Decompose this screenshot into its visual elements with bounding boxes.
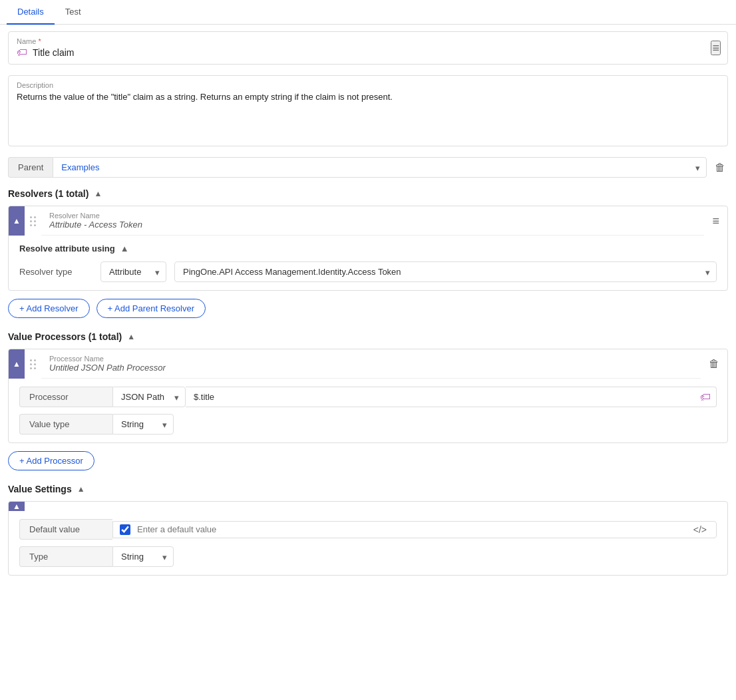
json-path-tag-icon[interactable]: 🏷	[695, 391, 716, 403]
page-content: Name * 🏷 Title claim ≡ Description Retur…	[0, 25, 736, 582]
default-value-row: Default value </>	[19, 519, 717, 540]
name-value: Title claim	[33, 47, 75, 58]
type-select-wrap: String Integer Boolean	[112, 546, 174, 567]
default-value-label: Default value	[19, 519, 112, 540]
tab-test[interactable]: Test	[55, 0, 92, 25]
processors-collapse-icon[interactable]: ▲	[127, 332, 135, 341]
value-settings-card: ▲ Default value </> Type String Integer	[8, 501, 728, 576]
description-label: Description	[17, 81, 719, 89]
resolver-type-row: Resolver type Attribute JWT LDAP Ping On…	[19, 262, 717, 282]
resolvers-collapse-icon[interactable]: ▲	[94, 189, 102, 198]
processor-name-input[interactable]	[49, 363, 693, 373]
value-settings-card-header: ▲	[9, 502, 727, 511]
add-resolver-button[interactable]: + Add Resolver	[8, 299, 90, 318]
parent-row: Parent Examples None 🗑	[8, 157, 728, 178]
resolver-card-header: ▲ Resolver Name ≡	[9, 206, 727, 236]
value-settings-title: Value Settings	[8, 484, 72, 494]
add-resolver-buttons-row: + Add Resolver + Add Parent Resolver	[8, 299, 728, 318]
resolver-name-input[interactable]	[49, 220, 696, 230]
resolver-collapse-button[interactable]: ▲	[9, 206, 25, 236]
value-type-select-wrap: String Integer Boolean	[112, 414, 174, 435]
tab-bar: Details Test	[0, 0, 736, 25]
value-settings-section-header: Value Settings ▲	[8, 484, 728, 494]
type-row: Type String Integer Boolean	[19, 546, 717, 567]
resolver-name-field: Resolver Name	[41, 206, 704, 236]
value-type-select[interactable]: String Integer Boolean	[112, 414, 174, 435]
attribute-select-wrap: PingOne.API Access Management.Identity.A…	[174, 262, 717, 282]
add-processor-row: + Add Processor	[8, 451, 728, 470]
resolve-attribute-header: Resolve attribute using ▲	[19, 244, 717, 254]
processor-type-select-wrap: JSON Path Regex Substring	[112, 387, 186, 407]
processor-delete-button[interactable]: 🗑	[701, 349, 727, 379]
parent-label: Parent	[8, 157, 53, 178]
name-label: Name *	[17, 37, 719, 45]
resolve-attribute-label: Resolve attribute using	[19, 244, 115, 254]
processor-card: ▲ Processor Name 🗑 Processor JSON Path R…	[8, 349, 728, 443]
processor-type-label: Processor	[19, 387, 112, 407]
json-path-input-wrap: 🏷	[186, 387, 717, 407]
parent-select[interactable]: Examples None	[53, 157, 707, 178]
name-field-group: Name * 🏷 Title claim ≡	[8, 31, 728, 65]
resolver-drag-handle[interactable]	[25, 206, 41, 236]
type-label: Type	[19, 546, 112, 567]
resolver-type-label: Resolver type	[19, 267, 92, 277]
processor-collapse-button[interactable]: ▲	[9, 349, 25, 379]
value-type-label: Value type	[19, 414, 112, 435]
resolver-type-select[interactable]: Attribute JWT LDAP Ping One	[100, 262, 166, 282]
value-settings-body: Default value </> Type String Integer Bo…	[9, 511, 727, 575]
processors-section-header: Value Processors (1 total) ▲	[8, 331, 728, 342]
code-icon[interactable]: </>	[691, 524, 709, 535]
processor-name-label: Processor Name	[49, 355, 693, 363]
default-value-checkbox[interactable]	[120, 524, 130, 535]
resolve-attribute-section: Resolve attribute using ▲ Resolver type …	[9, 236, 727, 290]
processor-card-header: ▲ Processor Name 🗑	[9, 349, 727, 379]
type-select[interactable]: String Integer Boolean	[112, 546, 174, 567]
default-value-input[interactable]	[137, 524, 684, 534]
processors-title: Value Processors (1 total)	[8, 331, 122, 342]
tab-details[interactable]: Details	[7, 0, 55, 25]
value-settings-collapse-icon[interactable]: ▲	[77, 484, 85, 494]
value-settings-collapse-button[interactable]: ▲	[9, 502, 25, 511]
processor-body: Processor JSON Path Regex Substring 🏷 Va…	[9, 379, 727, 442]
resolver-name-label: Resolver Name	[49, 212, 696, 220]
attribute-select[interactable]: PingOne.API Access Management.Identity.A…	[174, 262, 717, 282]
resolver-menu-button[interactable]: ≡	[704, 206, 727, 236]
value-type-row: Value type String Integer Boolean	[19, 414, 717, 435]
description-field-group: Description Returns the value of the "ti…	[8, 75, 728, 146]
resolver-card: ▲ Resolver Name ≡ Resolve attribute usin…	[8, 206, 728, 291]
parent-select-wrap: Examples None	[53, 157, 707, 178]
add-processor-button[interactable]: + Add Processor	[8, 451, 94, 470]
resolvers-section-header: Resolvers (1 total) ▲	[8, 188, 728, 199]
name-menu-button[interactable]: ≡	[711, 41, 721, 55]
add-parent-resolver-button[interactable]: + Add Parent Resolver	[96, 299, 206, 318]
processor-drag-handle[interactable]	[25, 349, 41, 379]
processor-name-field: Processor Name	[41, 349, 701, 379]
description-textarea[interactable]: Returns the value of the "title" claim a…	[17, 92, 719, 138]
processor-type-select[interactable]: JSON Path Regex Substring	[112, 387, 186, 407]
parent-delete-button[interactable]: 🗑	[712, 159, 728, 176]
processor-type-row: Processor JSON Path Regex Substring 🏷	[19, 387, 717, 407]
resolvers-title: Resolvers (1 total)	[8, 188, 89, 199]
resolve-attribute-collapse-icon[interactable]: ▲	[120, 244, 129, 254]
tag-icon: 🏷	[17, 47, 27, 59]
resolver-type-select-wrap: Attribute JWT LDAP Ping One	[100, 262, 166, 282]
json-path-input[interactable]	[186, 387, 695, 407]
default-value-input-wrap: </>	[112, 521, 717, 538]
